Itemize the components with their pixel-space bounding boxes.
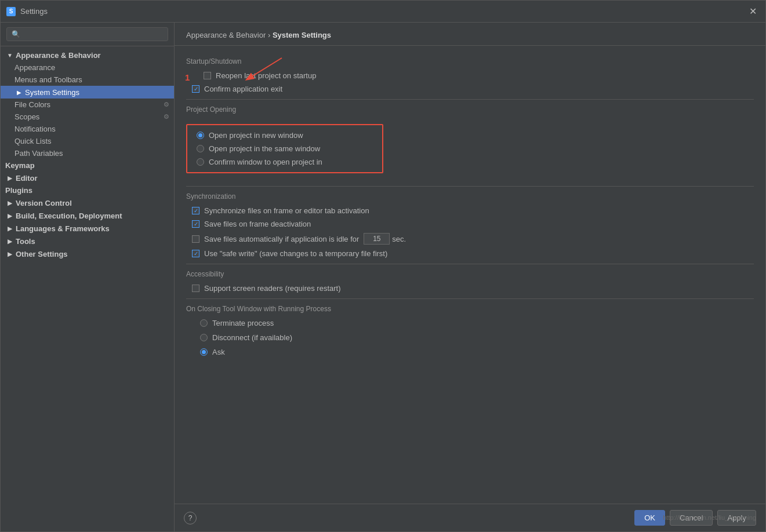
startup-shutdown-section-title: Startup/Shutdown <box>186 57 754 65</box>
radio-terminate-row: Terminate process <box>200 319 754 327</box>
radio-new-window-label: Open project in new window <box>209 131 303 140</box>
footer: OK Cancel Apply http://blog.csdn.net/liu… <box>175 504 765 531</box>
breadcrumb: Appearance & Behavior › System Settings <box>175 23 765 46</box>
chevron-right-icon: ▶ <box>5 173 14 183</box>
sync-frame-label: Synchronize files on frame or editor tab… <box>204 206 369 215</box>
breadcrumb-current: System Settings <box>273 31 331 39</box>
help-button[interactable]: ? <box>184 512 197 524</box>
settings-icon: ⚙ <box>164 101 169 108</box>
sidebar-item-version-control[interactable]: ▶ Version Control <box>1 196 174 209</box>
save-frame-row: ✓ Save files on frame deactivation <box>186 220 754 228</box>
closing-tool-section-title: On Closing Tool Window with Running Proc… <box>186 305 754 313</box>
sync-frame-checkbox[interactable]: ✓ <box>192 207 199 214</box>
project-opening-box: Open project in new window Open project … <box>186 124 383 173</box>
chevron-right-icon: ▶ <box>5 198 14 207</box>
window-title: Settings <box>20 7 746 16</box>
close-button[interactable]: ✕ <box>746 5 760 19</box>
breadcrumb-separator: › <box>266 31 273 39</box>
save-idle-label: Save files automatically if application … <box>204 235 359 243</box>
radio-terminate[interactable] <box>200 319 208 327</box>
confirm-exit-row: ✓ Confirm application exit <box>186 85 754 93</box>
idle-sec-label: sec. <box>392 235 406 243</box>
chevron-right-icon: ▶ <box>5 236 14 246</box>
sidebar-item-label: Keymap <box>5 161 35 170</box>
project-opening-radio-group: Open project in new window Open project … <box>197 131 373 166</box>
sidebar-item-label: Editor <box>16 174 38 183</box>
sidebar-item-quick-lists[interactable]: Quick Lists <box>1 135 174 147</box>
sidebar-item-label: Notifications <box>14 125 56 133</box>
sidebar-item-label: Quick Lists <box>14 137 52 145</box>
settings-body: Startup/Shutdown 1 <box>175 46 765 504</box>
sidebar-item-menus-toolbars[interactable]: Menus and Toolbars <box>1 74 174 86</box>
sidebar-item-keymap[interactable]: Keymap <box>1 159 174 172</box>
accessibility-section-title: Accessibility <box>186 270 754 278</box>
radio-confirm-window-label: Confirm window to open project in <box>209 158 322 166</box>
sidebar-item-notifications[interactable]: Notifications <box>1 123 174 135</box>
reopen-last-project-row: Reopen last project on startup <box>186 71 754 80</box>
closing-tool-radio-group: Terminate process Disconnect (if availab… <box>186 319 754 356</box>
sidebar-item-label: Scopes <box>14 112 39 121</box>
sidebar-item-appearance-behavior[interactable]: ▼ Appearance & Behavior <box>1 49 174 61</box>
chevron-right-icon: ▶ <box>5 249 14 258</box>
sidebar-item-path-variables[interactable]: Path Variables <box>1 147 174 159</box>
sidebar-item-file-colors[interactable]: File Colors ⚙ <box>1 99 174 111</box>
project-opening-section-title: Project Opening <box>186 105 754 114</box>
cancel-button[interactable]: Cancel <box>670 510 713 526</box>
reopen-row-container: 1 Reopen last project on startup <box>186 71 754 80</box>
search-box <box>1 23 174 46</box>
radio-ask[interactable] <box>200 348 208 356</box>
safe-write-checkbox[interactable]: ✓ <box>192 250 199 257</box>
radio-same-window[interactable] <box>197 145 204 152</box>
save-idle-checkbox[interactable] <box>192 235 199 243</box>
sidebar-item-build-execution[interactable]: ▶ Build, Execution, Deployment <box>1 209 174 222</box>
sidebar-item-label: Tools <box>16 237 35 246</box>
sidebar-item-scopes[interactable]: Scopes ⚙ <box>1 111 174 123</box>
sidebar-item-tools[interactable]: ▶ Tools <box>1 235 174 247</box>
sync-frame-row: ✓ Synchronize files on frame or editor t… <box>186 206 754 215</box>
sidebar-item-label: Languages & Frameworks <box>16 224 110 233</box>
step-indicator: 1 <box>185 72 190 82</box>
sidebar-item-label: Plugins <box>5 186 32 195</box>
sidebar-item-label: Menus and Toolbars <box>14 75 82 84</box>
sidebar-item-label: File Colors <box>14 100 50 109</box>
main-content: Appearance & Behavior › System Settings … <box>175 23 765 531</box>
radio-terminate-label: Terminate process <box>212 319 274 327</box>
search-input[interactable] <box>6 27 168 41</box>
apply-button[interactable]: Apply <box>717 510 756 526</box>
sidebar-item-system-settings[interactable]: ▶ System Settings <box>1 86 174 99</box>
content-area: ▼ Appearance & Behavior Appearance Menus… <box>1 23 765 531</box>
ok-button[interactable]: OK <box>634 510 665 526</box>
radio-confirm-window[interactable] <box>197 158 204 166</box>
sidebar-item-label: Appearance & Behavior <box>16 51 101 60</box>
sidebar: ▼ Appearance & Behavior Appearance Menus… <box>1 23 175 531</box>
reopen-last-project-checkbox[interactable] <box>204 72 211 79</box>
radio-disconnect-label: Disconnect (if available) <box>212 333 292 342</box>
safe-write-row: ✓ Use "safe write" (save changes to a te… <box>186 249 754 258</box>
screen-readers-label: Support screen readers (requires restart… <box>204 284 341 293</box>
synchronization-section-title: Synchronization <box>186 192 754 201</box>
sidebar-item-editor[interactable]: ▶ Editor <box>1 172 174 184</box>
sidebar-item-appearance[interactable]: Appearance <box>1 61 174 74</box>
radio-confirm-window-row: Confirm window to open project in <box>197 158 373 166</box>
radio-new-window[interactable] <box>197 132 204 139</box>
breadcrumb-base: Appearance & Behavior <box>186 31 266 39</box>
sidebar-item-languages-frameworks[interactable]: ▶ Languages & Frameworks <box>1 222 174 235</box>
screen-readers-row: Support screen readers (requires restart… <box>186 284 754 293</box>
radio-same-window-row: Open project in the same window <box>197 144 373 153</box>
idle-time-input[interactable] <box>364 233 390 245</box>
sidebar-item-plugins[interactable]: Plugins <box>1 184 174 196</box>
radio-new-window-row: Open project in new window <box>197 131 373 140</box>
reopen-last-project-label: Reopen last project on startup <box>216 71 316 80</box>
screen-readers-checkbox[interactable] <box>192 285 199 292</box>
radio-disconnect[interactable] <box>200 334 208 341</box>
radio-disconnect-row: Disconnect (if available) <box>200 333 754 342</box>
sidebar-item-label: Appearance <box>14 63 55 72</box>
chevron-right-icon: ▶ <box>5 224 14 233</box>
chevron-right-icon: ▶ <box>14 88 24 97</box>
save-frame-checkbox[interactable]: ✓ <box>192 220 199 228</box>
confirm-exit-checkbox[interactable]: ✓ <box>192 85 199 93</box>
radio-ask-row: Ask <box>200 348 754 356</box>
settings-window: S Settings ✕ ▼ Appearance & Behavior App… <box>0 0 766 532</box>
chevron-right-icon: ▶ <box>5 211 14 220</box>
sidebar-item-other-settings[interactable]: ▶ Other Settings <box>1 247 174 260</box>
